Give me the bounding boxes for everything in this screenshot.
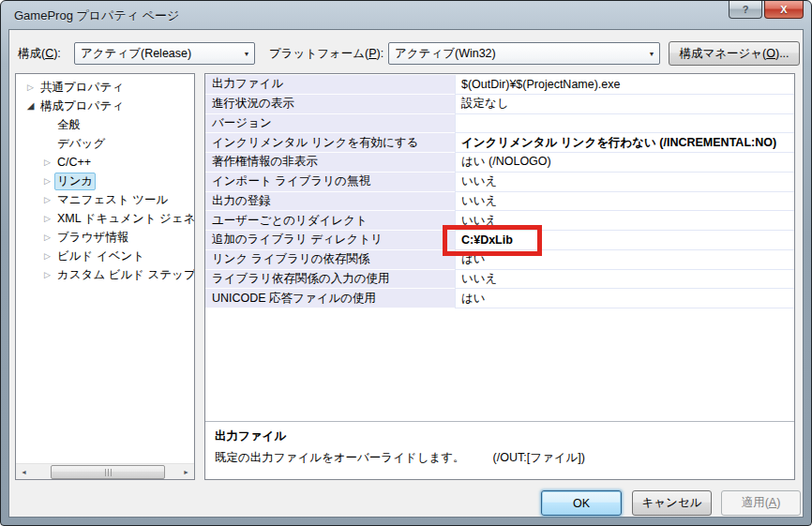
chevron-down-icon: ▼ — [238, 51, 254, 57]
property-grid-panel: 出力ファイル$(OutDir)¥$(ProjectName).exe進行状況の表… — [204, 73, 795, 480]
tree-collapsed-icon[interactable]: ▷ — [40, 247, 54, 265]
tree-item-ビルド-イベント[interactable]: ▷ビルド イベント — [16, 247, 194, 265]
property-row[interactable]: 著作権情報の非表示はい (/NOLOGO) — [205, 153, 794, 173]
property-value[interactable]: 設定なし — [455, 95, 794, 114]
titlebar[interactable]: GameProg プロパティ ページ ? X — [1, 1, 811, 29]
property-label: UNICODE 応答ファイルの使用 — [205, 289, 455, 308]
property-value[interactable]: いいえ — [455, 270, 794, 290]
apply-button[interactable]: 適用(A) — [721, 490, 801, 516]
property-description-pane: 出力ファイル 既定の出力ファイルをオーバーライドします。(/OUT:[ファイル]… — [205, 421, 794, 479]
property-grid: 出力ファイル$(OutDir)¥$(ProjectName).exe進行状況の表… — [205, 75, 794, 308]
property-label: ユーザーごとのリダイレクト — [205, 211, 455, 231]
configuration-label: 構成(C): — [18, 41, 61, 66]
property-row[interactable]: 出力ファイル$(OutDir)¥$(ProjectName).exe — [205, 75, 794, 95]
property-value[interactable]: はい (/NOLOGO) — [455, 153, 794, 173]
tree-collapsed-icon[interactable]: ▷ — [40, 209, 54, 228]
scroll-right-icon[interactable]: ► — [178, 464, 194, 480]
tree-item-label: デバッグ — [54, 135, 108, 153]
config-tree: ▷共通プロパティ◢構成プロパティ全般デバッグ▷C/C++▷リンカ▷マニフェスト … — [16, 78, 194, 284]
tree-item-ブラウザ情報[interactable]: ▷ブラウザ情報 — [16, 228, 194, 247]
tree-item-デバッグ[interactable]: デバッグ — [16, 134, 194, 153]
dialog-client-area: 構成(C): アクティブ(Release) ▼ プラットフォーム(P): アクテ… — [8, 29, 804, 518]
property-row[interactable]: インクリメンタル リンクを有効にするインクリメンタル リンクを行わない (/IN… — [205, 133, 794, 153]
property-value[interactable]: インクリメンタル リンクを行わない (/INCREMENTAL:NO) — [455, 133, 794, 153]
tree-horizontal-scrollbar[interactable]: ◄ ► — [16, 463, 194, 479]
property-label: 著作権情報の非表示 — [205, 153, 455, 173]
help-icon: ? — [743, 4, 749, 15]
tree-collapsed-icon[interactable]: ▷ — [23, 78, 38, 97]
tree-item-label: ブラウザ情報 — [54, 229, 131, 247]
tree-item-C/C++[interactable]: ▷C/C++ — [16, 153, 194, 172]
tree-item-label: マニフェスト ツール — [54, 191, 171, 209]
close-icon: X — [780, 4, 787, 15]
property-row[interactable]: ユーザーごとのリダイレクトいいえ — [205, 211, 794, 231]
property-label: 進行状況の表示 — [205, 95, 455, 114]
property-label: 追加のライブラリ ディレクトリ — [205, 231, 455, 250]
property-value[interactable] — [455, 114, 794, 134]
configuration-toolbar: 構成(C): アクティブ(Release) ▼ プラットフォーム(P): アクテ… — [9, 41, 803, 67]
property-label: ライブラリ依存関係の入力の使用 — [205, 270, 455, 290]
property-value[interactable]: C:¥DxLib — [455, 231, 794, 250]
tree-item-共通プロパティ[interactable]: ▷共通プロパティ — [16, 78, 194, 97]
property-row[interactable]: バージョン — [205, 114, 794, 134]
property-value[interactable]: いいえ — [455, 211, 794, 231]
window-title: GameProg プロパティ ページ — [14, 8, 179, 24]
scrollbar-track[interactable] — [32, 464, 178, 479]
help-button[interactable]: ? — [729, 1, 762, 19]
property-row[interactable]: 追加のライブラリ ディレクトリC:¥DxLib — [205, 231, 794, 250]
tree-item-label: C/C++ — [54, 155, 94, 170]
property-row[interactable]: リンク ライブラリの依存関係はい — [205, 250, 794, 270]
description-text: 既定の出力ファイルをオーバーライドします。(/OUT:[ファイル]) — [215, 450, 785, 466]
platform-dropdown[interactable]: アクティブ(Win32) ▼ — [388, 42, 660, 65]
tree-item-マニフェスト-ツール[interactable]: ▷マニフェスト ツール — [16, 190, 194, 209]
tree-collapsed-icon[interactable]: ▷ — [40, 190, 54, 209]
property-value[interactable]: いいえ — [455, 192, 794, 212]
property-label: インポート ライブラリの無視 — [205, 173, 455, 192]
property-label: インクリメンタル リンクを有効にする — [205, 133, 455, 153]
property-pages-dialog: GameProg プロパティ ページ ? X 構成(C): アクティブ(Rele… — [0, 0, 812, 526]
property-value[interactable]: はい — [455, 289, 794, 308]
platform-dropdown-value: アクティブ(Win32) — [389, 46, 643, 62]
scrollbar-thumb[interactable] — [51, 465, 165, 479]
property-value[interactable]: $(OutDir)¥$(ProjectName).exe — [455, 75, 794, 95]
tree-item-label: 構成プロパティ — [38, 98, 127, 115]
tree-item-構成プロパティ[interactable]: ◢構成プロパティ — [16, 97, 194, 115]
property-value[interactable]: いいえ — [455, 173, 794, 192]
property-label: リンク ライブラリの依存関係 — [205, 250, 455, 270]
tree-item-label: XML ドキュメント ジェネ — [54, 210, 195, 228]
property-row[interactable]: ライブラリ依存関係の入力の使用いいえ — [205, 270, 794, 290]
tree-collapsed-icon[interactable]: ▷ — [40, 172, 54, 190]
tree-item-XML-ドキュメント-ジェネ[interactable]: ▷XML ドキュメント ジェネ — [16, 209, 194, 228]
configuration-manager-button[interactable]: 構成マネージャ(O)... — [669, 41, 800, 66]
property-value[interactable]: はい — [455, 250, 794, 270]
property-row[interactable]: インポート ライブラリの無視いいえ — [205, 173, 794, 192]
property-label: 出力の登録 — [205, 192, 455, 212]
property-label: バージョン — [205, 114, 455, 134]
chevron-down-icon: ▼ — [643, 51, 659, 57]
tree-collapsed-icon[interactable]: ▷ — [40, 228, 54, 247]
tree-collapsed-icon[interactable]: ▷ — [40, 265, 54, 284]
property-row[interactable]: UNICODE 応答ファイルの使用はい — [205, 289, 794, 308]
tree-item-リンカ[interactable]: ▷リンカ — [16, 172, 194, 190]
tree-item-label: 共通プロパティ — [38, 79, 127, 97]
tree-item-label: リンカ — [54, 173, 96, 190]
tree-expanded-icon[interactable]: ◢ — [23, 97, 38, 115]
cancel-button[interactable]: キャンセル — [632, 490, 712, 516]
tree-item-全般[interactable]: 全般 — [16, 115, 194, 134]
config-tree-panel: ▷共通プロパティ◢構成プロパティ全般デバッグ▷C/C++▷リンカ▷マニフェスト … — [15, 73, 195, 480]
configuration-dropdown[interactable]: アクティブ(Release) ▼ — [74, 42, 255, 65]
description-title: 出力ファイル — [215, 428, 785, 444]
tree-item-label: 全般 — [54, 116, 83, 134]
platform-label: プラットフォーム(P): — [269, 41, 383, 66]
property-row[interactable]: 出力の登録いいえ — [205, 192, 794, 212]
ok-button[interactable]: OK — [541, 490, 622, 516]
tree-item-カスタム-ビルド-ステップ[interactable]: ▷カスタム ビルド ステップ — [16, 265, 194, 284]
configuration-dropdown-value: アクティブ(Release) — [75, 46, 238, 62]
description-switch: (/OUT:[ファイル]) — [493, 451, 585, 464]
tree-collapsed-icon[interactable]: ▷ — [40, 153, 54, 172]
caption-buttons: ? X — [729, 1, 804, 19]
property-row[interactable]: 進行状況の表示設定なし — [205, 95, 794, 114]
tree-item-label: ビルド イベント — [54, 248, 147, 265]
scroll-left-icon[interactable]: ◄ — [16, 464, 32, 480]
close-button[interactable]: X — [764, 1, 804, 19]
